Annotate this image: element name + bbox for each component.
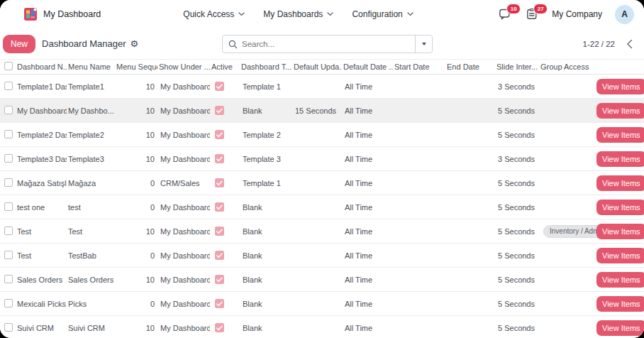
view-items-button[interactable]: View Items — [596, 200, 644, 215]
gear-icon[interactable]: ⚙ — [131, 38, 139, 49]
row-checkbox[interactable] — [4, 106, 13, 114]
active-checkbox[interactable] — [215, 323, 224, 332]
menu-sequence-cell: 10 — [115, 324, 157, 332]
active-checkbox[interactable] — [215, 130, 224, 139]
slide-interval-cell: 5 Seconds — [495, 203, 539, 212]
table-row[interactable]: Mexicali PicksPicks0My Dashboard/...Blan… — [0, 292, 644, 316]
search-filter-toggle[interactable] — [415, 36, 432, 53]
active-checkbox[interactable] — [215, 82, 224, 91]
dashboard-name-cell: Suivi CRM — [16, 324, 67, 332]
dashboard-name-cell: Test — [16, 227, 67, 236]
view-items-cell: View Items — [593, 296, 644, 312]
view-items-button[interactable]: View Items — [596, 175, 644, 191]
row-checkbox[interactable] — [4, 299, 13, 307]
caret-down-icon — [422, 43, 426, 45]
table-row[interactable]: Template1 Das...Template110My Dashboard/… — [0, 75, 644, 99]
active-cell — [210, 130, 240, 139]
column-header[interactable]: Dashboard T... — [240, 62, 292, 71]
row-select-cell — [0, 299, 16, 309]
menu-my-dashboards[interactable]: My Dashboards — [263, 9, 333, 19]
row-checkbox[interactable] — [4, 251, 13, 259]
active-checkbox[interactable] — [215, 251, 224, 260]
slide-interval-cell: 3 Seconds — [495, 82, 539, 91]
dashboard-type-cell: Blank — [240, 203, 292, 212]
menu-name-cell: Sales Orders — [67, 276, 115, 284]
column-header[interactable]: End Date — [445, 62, 495, 71]
messages-button[interactable]: 10 — [498, 7, 512, 21]
slide-interval-cell: 5 Seconds — [495, 131, 539, 139]
row-checkbox[interactable] — [4, 130, 13, 138]
menu-name-cell: Template3 — [67, 155, 115, 163]
menu-my-dashboards-label: My Dashboards — [263, 9, 323, 19]
column-header[interactable]: Default Date ... — [342, 62, 393, 71]
active-checkbox[interactable] — [215, 299, 224, 308]
dashboard-type-cell: Blank — [240, 324, 292, 332]
menu-name-cell: Template1 — [67, 82, 115, 91]
active-checkbox[interactable] — [215, 275, 224, 284]
column-header[interactable]: Default Upda... — [292, 62, 342, 71]
column-header[interactable]: Group Access — [539, 62, 593, 71]
user-avatar[interactable]: A — [615, 5, 634, 24]
row-checkbox[interactable] — [4, 82, 13, 90]
view-items-button[interactable]: View Items — [596, 224, 644, 239]
column-header[interactable]: Show Under ... — [157, 62, 210, 71]
activities-button[interactable]: 27 — [525, 7, 539, 21]
search-input[interactable] — [238, 40, 415, 48]
menu-name-cell: test — [67, 203, 115, 212]
table-row[interactable]: TestTestBab0My Dashboard/...BlankAll Tim… — [0, 244, 644, 268]
view-items-button[interactable]: View Items — [596, 127, 644, 143]
menu-sequence-cell: 0 — [115, 300, 157, 308]
menu-configuration[interactable]: Configuration — [352, 9, 413, 19]
select-all-checkbox[interactable] — [4, 62, 13, 70]
default-date-cell: All Time — [342, 131, 393, 139]
row-checkbox[interactable] — [4, 178, 13, 187]
chevron-down-icon — [407, 12, 413, 16]
column-header[interactable]: Menu Seque... — [115, 62, 157, 71]
row-checkbox[interactable] — [4, 154, 13, 163]
column-header[interactable]: Menu Name — [67, 62, 115, 71]
column-header[interactable]: Active — [210, 62, 240, 71]
column-header[interactable]: Dashboard N... — [16, 62, 67, 71]
table-row[interactable]: Suivi CRMSuivi CRM10My Dashboard/...Blan… — [0, 316, 644, 338]
app-logo-icon — [24, 8, 37, 21]
app-brand[interactable]: My Dashboard — [24, 8, 101, 21]
view-items-cell: View Items — [593, 320, 644, 336]
table-row[interactable]: Template2 Das...Template210My Dashboard/… — [0, 123, 644, 147]
menu-name-cell: My Dashbo... — [67, 107, 115, 115]
active-checkbox[interactable] — [215, 178, 224, 187]
view-items-button[interactable]: View Items — [596, 151, 644, 167]
active-checkbox[interactable] — [215, 154, 224, 163]
view-items-button[interactable]: View Items — [596, 320, 644, 336]
company-switcher[interactable]: My Company — [552, 9, 602, 19]
active-checkbox[interactable] — [215, 106, 224, 115]
menu-name-cell: Suivi CRM — [67, 324, 115, 332]
column-header[interactable]: Start Date — [393, 62, 445, 71]
row-checkbox[interactable] — [4, 275, 13, 283]
view-items-button[interactable]: View Items — [596, 103, 644, 119]
row-checkbox[interactable] — [4, 323, 13, 332]
menu-sequence-cell: 0 — [115, 179, 157, 187]
view-items-button[interactable]: View Items — [596, 248, 644, 263]
table-row[interactable]: test onetest0My Dashboard/...BlankAll Ti… — [0, 195, 644, 219]
active-checkbox[interactable] — [215, 227, 224, 236]
menu-quick-access[interactable]: Quick Access — [183, 9, 245, 19]
slide-interval-cell: 5 Seconds — [495, 276, 539, 284]
dashboard-name-cell: Mağaza Satışları — [16, 179, 67, 187]
new-button[interactable]: New — [3, 35, 35, 53]
slide-interval-cell: 5 Seconds — [495, 179, 539, 187]
table-row[interactable]: My Dashboard 1My Dashbo...10My Dashboard… — [0, 99, 644, 123]
active-checkbox[interactable] — [215, 202, 224, 212]
table-row[interactable]: Template3 Das...Template310My Dashboard/… — [0, 147, 644, 171]
view-items-cell: View Items — [593, 224, 644, 239]
slide-interval-cell: 3 Seconds — [495, 155, 539, 163]
table-row[interactable]: TestTest10My Dashboard/...BlankAll Time5… — [0, 219, 644, 244]
view-items-button[interactable]: View Items — [596, 272, 644, 288]
view-items-button[interactable]: View Items — [596, 296, 644, 312]
column-header[interactable]: Slide Inter... — [495, 62, 539, 71]
table-row[interactable]: Sales OrdersSales Orders10My Dashboard/.… — [0, 268, 644, 292]
table-row[interactable]: Mağaza SatışlarıMağaza0CRM/SalesTemplate… — [0, 171, 644, 195]
view-items-button[interactable]: View Items — [596, 79, 644, 94]
row-checkbox[interactable] — [4, 227, 13, 235]
pager-previous-button[interactable] — [625, 38, 634, 50]
row-checkbox[interactable] — [4, 202, 13, 211]
